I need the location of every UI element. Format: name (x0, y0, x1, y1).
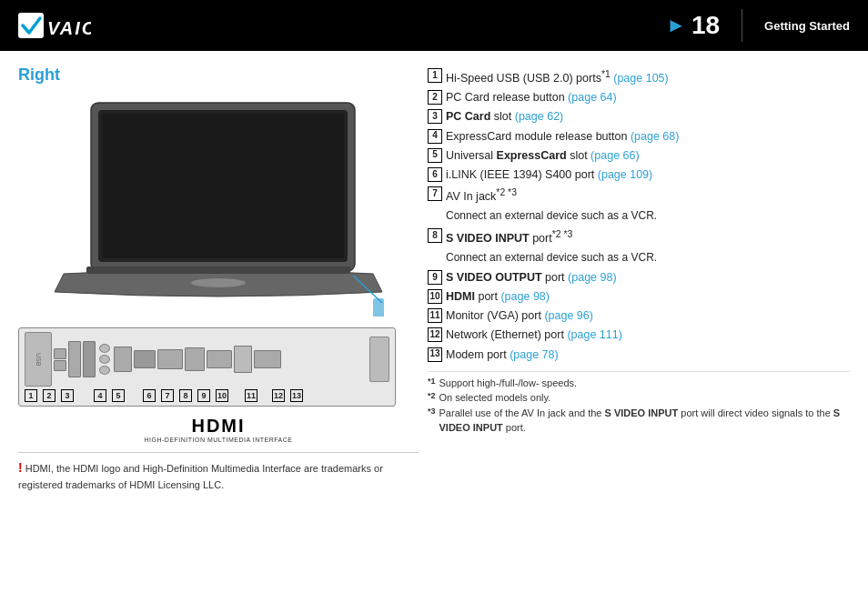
badge-3: 3 (428, 109, 442, 124)
badge-9: 9 (428, 270, 442, 285)
port-num-7: 7 (161, 389, 174, 402)
port-num-10: 10 (216, 389, 228, 402)
desc-item-6: 6 i.LINK (IEEE 1394) S400 port (page 109… (428, 166, 850, 183)
port-num-11: 11 (245, 389, 257, 402)
link-4: (page 68) (631, 130, 680, 143)
port-num-3: 3 (61, 389, 74, 402)
link-10: (page 98) (500, 290, 550, 303)
badge-13: 13 (428, 347, 442, 362)
notice-icon: ! (18, 460, 23, 475)
laptop-svg (36, 94, 400, 317)
port-num-8: 8 (179, 389, 192, 402)
svg-rect-8 (373, 298, 384, 317)
desc-text-1: Hi-Speed USB (USB 2.0) ports*1 (page 105… (446, 67, 850, 86)
main-content: Right (0, 51, 868, 613)
port-num-5: 5 (112, 389, 125, 402)
port-num-2: 2 (43, 389, 56, 402)
desc-sub-8: Connect an external device such as a VCR… (428, 250, 850, 266)
hdmi-logo: HDMI (18, 416, 419, 437)
desc-text-4: ExpressCard module release button (page … (446, 128, 850, 145)
desc-item-2: 2 PC Card release button (page 64) (428, 89, 850, 106)
desc-item-5: 5 Universal ExpressCard slot (page 66) (428, 147, 850, 164)
desc-text-13: Modem port (page 78) (446, 347, 850, 363)
port-num-4: 4 (94, 389, 106, 402)
svg-rect-6 (86, 266, 350, 274)
notice-box: ! HDMI, the HDMI logo and High-Definitio… (18, 452, 419, 493)
laptop-illustration (18, 94, 419, 317)
badge-1: 1 (428, 68, 442, 83)
desc-item-8: 8 S VIDEO INPUT port*2 *3 (428, 227, 850, 246)
link-11: (page 96) (544, 309, 593, 322)
port-num-6: 6 (143, 389, 156, 402)
badge-2: 2 (428, 90, 442, 105)
svg-point-5 (191, 278, 246, 287)
desc-item-4: 4 ExpressCard module release button (pag… (428, 128, 850, 145)
fn-text-2: On selected models only. (439, 390, 551, 406)
port-num-13: 13 (290, 389, 303, 402)
header: VAIO ► 18 Getting Started (0, 0, 868, 51)
badge-10: 10 (428, 289, 442, 304)
link-6: (page 109) (598, 168, 652, 181)
link-1: (page 105) (613, 72, 668, 85)
fn-num-1: *1 (428, 376, 436, 391)
desc-text-9: S VIDEO OUTPUT port (page 98) (446, 269, 850, 286)
footnote-3: *3 Parallel use of the AV In jack and th… (428, 406, 850, 436)
badge-11: 11 (428, 308, 442, 323)
arrow-icon: ► (666, 14, 686, 37)
desc-item-7: 7 AV In jack*2 *3 (428, 186, 850, 205)
section-label: Getting Started (764, 19, 850, 33)
desc-text-5: Universal ExpressCard slot (page 66) (446, 147, 850, 164)
port-num-9: 9 (197, 389, 210, 402)
port-num-1: 1 (25, 389, 37, 402)
desc-text-8: S VIDEO INPUT port*2 *3 (446, 227, 850, 246)
link-13: (page 78) (510, 348, 559, 361)
desc-item-10: 10 HDMI port (page 98) (428, 288, 850, 305)
desc-item-12: 12 Network (Ethernet) port (page 111) (428, 327, 850, 343)
svg-text:VAIO: VAIO (47, 18, 91, 38)
ports-diagram: USB (18, 327, 396, 407)
desc-text-10: HDMI port (page 98) (446, 288, 850, 305)
notice-text: HDMI, the HDMI logo and High-Definition … (18, 463, 383, 490)
footnote-1: *1 Support high-/full-/low- speeds. (428, 376, 850, 391)
vaio-logo-area: VAIO (18, 9, 91, 42)
fn-text-3: Parallel use of the AV In jack and the S… (439, 406, 850, 436)
link-5: (page 66) (590, 149, 640, 162)
port-num-12: 12 (272, 389, 285, 402)
desc-text-11: Monitor (VGA) port (page 96) (446, 307, 850, 324)
desc-item-1: 1 Hi-Speed USB (USB 2.0) ports*1 (page 1… (428, 67, 850, 86)
right-column: 1 Hi-Speed USB (USB 2.0) ports*1 (page 1… (428, 65, 850, 604)
vaio-logo-svg: VAIO (18, 9, 91, 42)
hdmi-logo-area: HDMI HIGH-DEFINITION MULTIMEDIA INTERFAC… (18, 416, 419, 443)
badge-5: 5 (428, 148, 442, 163)
desc-text-6: i.LINK (IEEE 1394) S400 port (page 109) (446, 166, 850, 183)
footnote-2: *2 On selected models only. (428, 390, 850, 406)
badge-12: 12 (428, 327, 442, 342)
fn-text-1: Support high-/full-/low- speeds. (439, 376, 578, 391)
desc-text-2: PC Card release button (page 64) (446, 89, 850, 106)
desc-text-7: AV In jack*2 *3 (446, 186, 850, 205)
link-9: (page 98) (568, 271, 617, 284)
badge-7: 7 (428, 186, 442, 201)
fn-num-3: *3 (428, 406, 436, 436)
link-3: (page 62) (515, 110, 564, 123)
page-number: 18 (691, 11, 720, 40)
desc-item-13: 13 Modem port (page 78) (428, 347, 850, 363)
link-2: (page 64) (568, 91, 617, 104)
footnotes: *1 Support high-/full-/low- speeds. *2 O… (428, 371, 850, 436)
desc-item-3: 3 PC Card slot (page 62) (428, 108, 850, 125)
desc-sub-7: Connect an external device such as a VCR… (428, 208, 850, 224)
header-right: ► 18 Getting Started (666, 9, 850, 42)
fn-num-2: *2 (428, 390, 436, 406)
badge-4: 4 (428, 129, 442, 144)
left-column: Right (18, 65, 419, 604)
svg-rect-4 (102, 114, 344, 258)
badge-6: 6 (428, 167, 442, 182)
desc-item-11: 11 Monitor (VGA) port (page 96) (428, 307, 850, 324)
section-title: Right (18, 65, 419, 85)
desc-text-12: Network (Ethernet) port (page 111) (446, 327, 850, 343)
hdmi-sub: HIGH-DEFINITION MULTIMEDIA INTERFACE (18, 437, 419, 443)
desc-item-9: 9 S VIDEO OUTPUT port (page 98) (428, 269, 850, 286)
badge-8: 8 (428, 228, 442, 243)
link-12: (page 111) (567, 328, 621, 341)
desc-text-3: PC Card slot (page 62) (446, 108, 850, 125)
